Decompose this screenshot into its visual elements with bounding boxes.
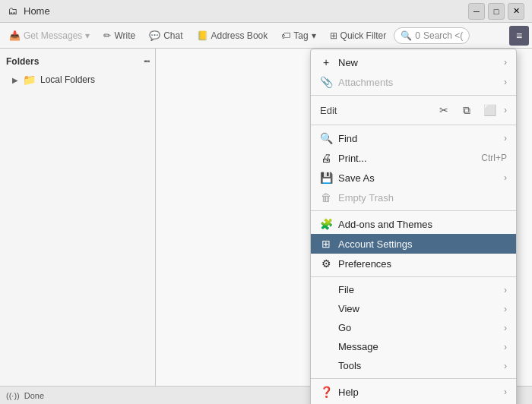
write-button[interactable]: ✏ Write (97, 26, 141, 46)
file-arrow: › (504, 285, 507, 295)
toolbar: 📥 Get Messages ▾ ✏ Write 💬 Chat 📒 Addres… (0, 23, 532, 49)
view-label: View (338, 303, 498, 314)
menu-item-accountsettings[interactable]: ⊞ Account Settings (311, 234, 516, 254)
new-arrow: › (504, 57, 507, 68)
menu-item-attachments[interactable]: 📎 Attachments › (311, 72, 516, 92)
file-label: File (338, 284, 498, 295)
menu-item-help[interactable]: ❓ Help › (311, 382, 516, 402)
hamburger-menu-button[interactable]: ≡ (509, 26, 529, 46)
separator-4 (311, 276, 516, 277)
menu-item-emptytrash: 🗑 Empty Trash (311, 188, 516, 207)
separator-3 (311, 210, 516, 211)
menu-item-tools[interactable]: Tools › (311, 356, 516, 375)
menu-item-message[interactable]: Message › (311, 337, 516, 356)
go-arrow: › (504, 323, 507, 333)
sidebar-more-button[interactable]: ··· (144, 55, 149, 68)
accountsettings-icon: ⊞ (320, 238, 332, 250)
separator-2 (311, 125, 516, 125)
emptytrash-icon: 🗑 (320, 191, 332, 204)
local-folders-item[interactable]: ▶ 📁 Local Folders (0, 71, 155, 88)
edit-arrow: › (504, 105, 507, 115)
status-text: Done (24, 391, 44, 400)
minimize-button[interactable]: ─ (468, 3, 485, 20)
menu-item-saveas[interactable]: 💾 Save As › (311, 168, 516, 188)
menu-item-go[interactable]: Go › (311, 318, 516, 337)
find-icon: 🔍 (320, 132, 332, 144)
connection-icon: ((·)) (6, 391, 20, 400)
window-title: Home (24, 5, 50, 17)
write-icon: ✏ (103, 30, 111, 41)
new-label: New (338, 57, 498, 68)
title-bar-buttons: ─ □ ✕ (468, 3, 524, 20)
menu-item-addons[interactable]: 🧩 Add-ons and Themes (311, 214, 516, 234)
get-messages-icon: 📥 (9, 30, 21, 41)
preferences-label: Preferences (338, 258, 507, 270)
menu-item-new[interactable]: + New › (311, 52, 516, 72)
find-label: Find (338, 133, 498, 144)
address-book-button[interactable]: 📒 Address Book (191, 26, 274, 46)
attachments-arrow: › (504, 77, 507, 87)
menu-edit-row: Edit ✂ ⧉ ⬜ › (311, 99, 516, 122)
chat-button[interactable]: 💬 Chat (143, 26, 188, 46)
help-icon: ❓ (320, 386, 332, 398)
attachments-label: Attachments (338, 77, 498, 88)
message-arrow: › (504, 342, 507, 352)
menu-item-print[interactable]: 🖨 Print... Ctrl+P (311, 148, 516, 168)
filter-icon: ⊞ (330, 30, 337, 41)
dropdown-menu: + New › 📎 Attachments › Edit ✂ ⧉ ⬜ › 🔍 F… (310, 49, 517, 404)
print-shortcut: Ctrl+P (481, 153, 507, 163)
tag-arrow: ▾ (312, 30, 316, 41)
sidebar-header: Folders ··· (0, 52, 155, 71)
menu-item-preferences[interactable]: ⚙ Preferences (311, 254, 516, 273)
get-messages-button[interactable]: 📥 Get Messages ▾ (3, 26, 96, 46)
copy-button[interactable]: ⧉ (458, 102, 475, 118)
title-bar: 🗂 Home ─ □ ✕ (0, 0, 532, 23)
view-arrow: › (504, 304, 507, 314)
address-book-icon: 📒 (197, 30, 208, 41)
print-label: Print... (338, 153, 475, 164)
title-bar-left: 🗂 Home (8, 5, 50, 17)
saveas-arrow: › (504, 172, 507, 183)
separator-1 (311, 95, 516, 96)
sidebar: Folders ··· ▶ 📁 Local Folders (0, 49, 156, 386)
chat-icon: 💬 (149, 30, 160, 41)
chevron-right-icon: ▶ (12, 76, 18, 84)
print-icon: 🖨 (320, 152, 332, 164)
attachments-icon: 📎 (320, 76, 332, 88)
folder-icon: 📁 (23, 74, 36, 86)
addons-label: Add-ons and Themes (338, 219, 507, 230)
find-arrow: › (504, 133, 507, 144)
tag-button[interactable]: 🏷 Tag ▾ (275, 26, 321, 46)
saveas-icon: 💾 (320, 172, 332, 184)
menu-item-file[interactable]: File › (311, 280, 516, 299)
go-label: Go (338, 322, 498, 333)
cut-button[interactable]: ✂ (435, 102, 452, 118)
addons-icon: 🧩 (320, 218, 332, 230)
new-icon: + (320, 56, 332, 68)
search-icon: 🔍 (401, 30, 412, 41)
close-button[interactable]: ✕ (508, 3, 524, 20)
hamburger-icon: ≡ (516, 30, 522, 42)
menu-item-find[interactable]: 🔍 Find › (311, 128, 516, 148)
maximize-button[interactable]: □ (488, 3, 505, 20)
get-messages-arrow: ▾ (85, 30, 90, 41)
preferences-icon: ⚙ (320, 257, 332, 270)
tag-icon: 🏷 (281, 30, 290, 41)
saveas-label: Save As (338, 172, 498, 184)
folders-label: Folders (6, 56, 39, 67)
help-arrow: › (504, 387, 507, 397)
accountsettings-label: Account Settings (338, 238, 507, 250)
folder-icon: 🗂 (8, 5, 17, 17)
tools-arrow: › (504, 361, 507, 371)
menu-item-view[interactable]: View › (311, 299, 516, 318)
message-label: Message (338, 341, 498, 352)
emptytrash-label: Empty Trash (338, 192, 507, 204)
paste-button[interactable]: ⬜ (481, 102, 498, 118)
local-folders-label: Local Folders (40, 74, 95, 85)
separator-5 (311, 378, 516, 379)
quick-filter-button[interactable]: ⊞ Quick Filter (324, 26, 393, 46)
edit-label: Edit (320, 105, 429, 116)
help-label: Help (338, 387, 498, 398)
tools-label: Tools (338, 360, 498, 371)
search-box[interactable]: 🔍 0 Search <( (394, 27, 470, 44)
